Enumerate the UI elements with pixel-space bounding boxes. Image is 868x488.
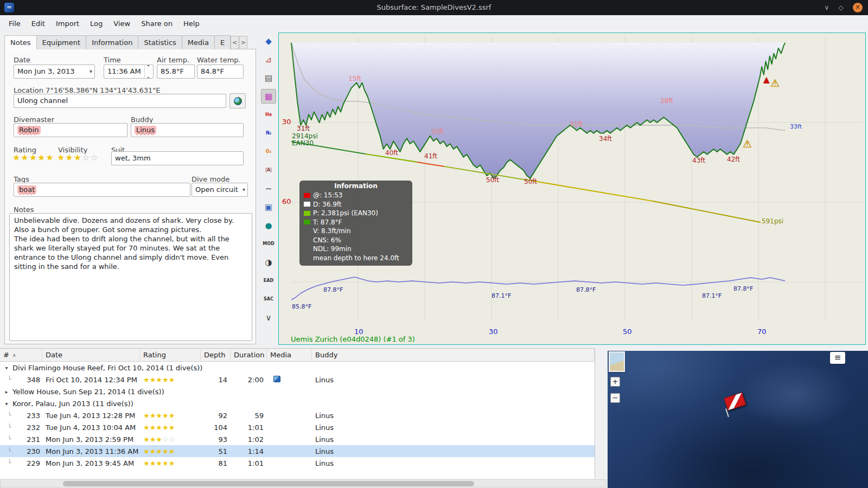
dive-site-flag-marker[interactable] [724, 391, 750, 416]
tags-field[interactable]: boat [14, 183, 190, 197]
helium-graph-icon[interactable]: He [261, 107, 276, 122]
info-text: @: 15:53 [313, 191, 342, 200]
column-header-num[interactable]: #∧ [0, 349, 42, 361]
heart-rate-icon[interactable]: ∼ [261, 181, 276, 196]
column-header-date[interactable]: Date [42, 349, 140, 361]
tree-branch-icon: └ [8, 435, 11, 444]
chart-label: 60 [282, 198, 291, 205]
tab-statistics[interactable]: Statistics [138, 35, 182, 49]
chart-label: 87.8°F [733, 285, 753, 292]
suit-field[interactable]: wet, 3mm [111, 151, 244, 165]
date-combobox[interactable]: Mon Jun 3, 2013 ▾ [14, 65, 95, 79]
water-temp-field[interactable]: 84.8°F [197, 65, 244, 79]
chart-label: 31ft [570, 121, 583, 128]
trip-row[interactable]: ▾Divi Flamingo House Reef, Fri Oct 10, 2… [0, 362, 595, 374]
collapse-icon[interactable]: ▾ [3, 401, 10, 407]
dive-row[interactable]: └233Tue Jun 4, 2013 12:28 PM★★★★★9259Lin… [0, 409, 595, 421]
star-filled-icon: ★ [29, 152, 37, 163]
tab-equipment[interactable]: Equipment [36, 35, 87, 49]
dive-mode-select[interactable]: Open circuit ▾ [192, 183, 248, 197]
info-row: @: 15:53 [304, 191, 408, 200]
map-overview-thumbnail[interactable] [609, 351, 625, 372]
sac-icon[interactable]: SAC [261, 292, 276, 306]
map[interactable]: + − ≡ [608, 351, 868, 488]
column-header-duration[interactable]: Duration [231, 349, 267, 361]
visibility-stars[interactable]: ★★★☆☆ [57, 153, 99, 162]
tab-notes[interactable]: Notes [4, 35, 37, 49]
menu-edit[interactable]: Edit [26, 17, 50, 30]
star-filled-icon: ★ [169, 459, 175, 467]
dive-mode-value: Open circuit [195, 185, 238, 194]
nitrogen-graph-icon[interactable]: N₂ [261, 126, 276, 140]
zoom-out-button[interactable]: − [610, 393, 620, 403]
buddy-field[interactable]: Linus [131, 123, 244, 137]
dive-rating: ★★★☆☆ [140, 435, 201, 444]
tab-scroll-left[interactable]: < [231, 36, 239, 49]
air-temp-label: Air temp. [157, 56, 189, 64]
legend-chip-icon [304, 255, 310, 260]
menu-help[interactable]: Help [178, 17, 205, 30]
chevron-down-icon[interactable]: ▾ [242, 183, 245, 196]
tab-e[interactable]: E [214, 35, 231, 49]
dive-row[interactable]: └232Tue Jun 4, 2013 10:04 AM★★★★★1041:01… [0, 421, 595, 433]
ruler-icon[interactable]: ⊿ [261, 52, 276, 67]
column-header-rating[interactable]: Rating [140, 349, 201, 361]
dive-row[interactable]: └230Mon Jun 3, 2013 11:36 AM★★★★★511:14L… [0, 445, 595, 457]
scale-icon[interactable]: ▤ [261, 70, 276, 85]
dive-row[interactable]: └231Mon Jun 3, 2013 2:59 PM★★★☆☆931:02Li… [0, 433, 595, 445]
notes-textarea[interactable]: Unbelievable dive. Dozens and dozens of … [9, 213, 252, 341]
dive-profile-chart[interactable]: 15ft28ft35ft31ft31ft2914psiEAN3040ft41ft… [278, 33, 866, 345]
media-icon[interactable] [273, 376, 280, 382]
maximize-icon[interactable]: ◇ [835, 2, 846, 13]
legend-chip-icon [304, 211, 310, 216]
mod-icon[interactable]: MOD [261, 236, 276, 251]
scrollbar-handle[interactable] [63, 481, 474, 486]
tissue-heatmap-icon[interactable]: |A| [261, 163, 276, 177]
chevron-down-icon[interactable]: ▾ [90, 65, 92, 78]
minimize-icon[interactable]: ∨ [821, 2, 832, 13]
trip-row[interactable]: ▸Yellow House, Sun Sep 21, 2014 (1 dive(… [0, 386, 595, 397]
dive-buddy: Linus [312, 447, 595, 455]
profile-settings-icon[interactable]: ▦ [261, 89, 276, 104]
location-field[interactable]: Ulong channel [14, 94, 226, 108]
star-filled-icon: ★ [156, 447, 162, 455]
toolbar-chevron-down-icon[interactable]: ∨ [261, 310, 276, 325]
menu-log[interactable]: Log [85, 17, 108, 30]
dive-row[interactable]: └229Mon Jun 3, 2013 9:45 AM★★★★★811:01Li… [0, 457, 595, 469]
tab-scroll-right[interactable]: > [239, 36, 247, 49]
menu-share-on[interactable]: Share on [136, 17, 178, 30]
column-header-media[interactable]: Media [267, 349, 312, 361]
tab-information[interactable]: Information [86, 35, 138, 49]
spinner-icons[interactable]: ▴▾ [144, 66, 152, 78]
globe-button[interactable] [229, 93, 246, 108]
map-menu-button[interactable]: ≡ [830, 352, 845, 364]
horizontal-scrollbar[interactable] [0, 479, 607, 487]
close-icon[interactable]: × [853, 3, 863, 12]
ead-icon[interactable]: EAD [261, 273, 276, 288]
zoom-in-button[interactable]: + [610, 377, 620, 387]
photos-icon[interactable]: ▣ [261, 200, 276, 214]
tab-media[interactable]: Media [182, 35, 215, 49]
info-row: V: 8.3ft/min [304, 227, 408, 236]
legend-chip-icon [304, 237, 310, 242]
ndl-icon[interactable]: ◑ [261, 255, 276, 269]
dive-row[interactable]: └348Fri Oct 10, 2014 12:34 PM★★★★★142:00… [0, 374, 595, 386]
menu-view[interactable]: View [108, 17, 136, 30]
air-temp-field[interactable]: 85.8°F [157, 65, 195, 79]
column-header-buddy[interactable]: Buddy [312, 349, 595, 361]
swimmer-icon[interactable]: ◆ [261, 34, 276, 48]
oxygen-graph-icon[interactable]: O₂ [261, 144, 276, 159]
column-header-depth[interactable]: Depth [201, 349, 231, 361]
rating-stars[interactable]: ★★★★★ [12, 153, 54, 162]
gas-icon[interactable]: ● [261, 218, 276, 233]
expand-icon[interactable]: ▸ [3, 389, 10, 395]
menu-file[interactable]: File [3, 17, 26, 30]
trip-row[interactable]: ▾Koror, Palau, Jun 2013 (11 dive(s)) [0, 397, 595, 409]
collapse-icon[interactable]: ▾ [3, 365, 10, 371]
divemaster-field[interactable]: Robin [14, 123, 127, 137]
menu-import[interactable]: Import [50, 17, 85, 30]
star-filled-icon: ★ [74, 152, 82, 163]
time-spinbox[interactable]: 11:36 AM ▴▾ [104, 65, 154, 79]
chart-label: 30 [489, 328, 498, 335]
sort-ascending-icon: ∧ [12, 352, 16, 358]
